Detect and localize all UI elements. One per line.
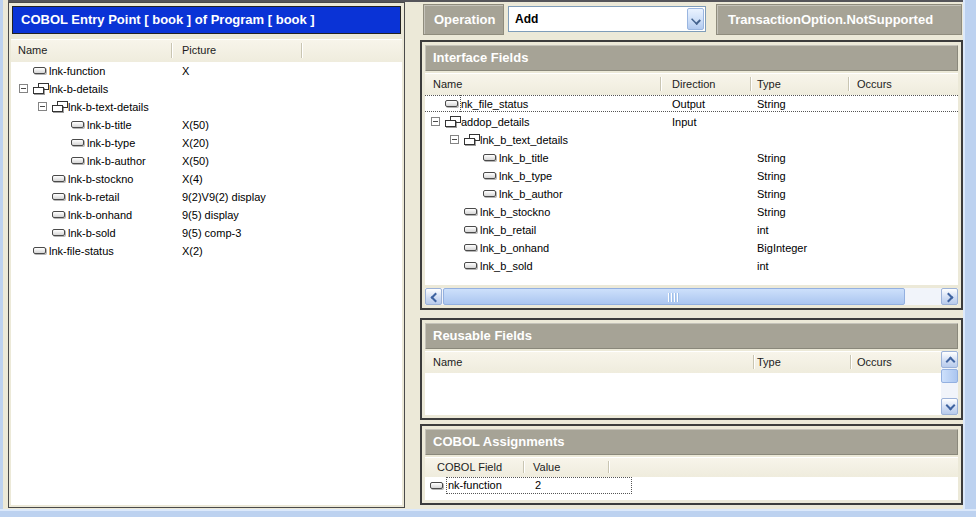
field-type: String (757, 167, 786, 185)
field-picture: X(4) (182, 170, 203, 188)
tree-row[interactable]: lnk_b_titleString (425, 149, 958, 167)
field-name: lnk-b-retail (68, 188, 119, 206)
field-type: String (757, 185, 786, 203)
column-separator[interactable] (753, 355, 754, 369)
field-picture: 9(2)V9(2) display (182, 188, 266, 206)
assignment-value: 2 (535, 477, 541, 494)
tree-row[interactable]: lnk-b-typeX(20) (11, 134, 402, 152)
field-type: BigInteger (757, 239, 807, 257)
field-icon (52, 229, 65, 236)
scroll-down-button[interactable] (941, 398, 958, 415)
arrow-down-icon (946, 401, 956, 411)
tree-row[interactable]: lnk-b-sold9(5) comp-3 (11, 224, 402, 242)
field-name: lnk_b_stockno (480, 203, 550, 221)
tree-row[interactable]: lnk_b_onhandBigInteger (425, 239, 958, 257)
column-separator[interactable] (660, 77, 661, 91)
tree-row[interactable]: lnk-b-authorX(50) (11, 152, 402, 170)
collapse-minus-icon[interactable] (38, 102, 47, 111)
cobol-entry-point-title: COBOL Entry Point [ book ] of Program [ … (12, 6, 401, 34)
field-name: lnk_b_onhand (480, 239, 549, 257)
tree-row[interactable]: lnk-b-details (11, 80, 402, 98)
column-name[interactable]: Name (433, 73, 462, 95)
tree-row[interactable]: lnk-b-text-details (11, 98, 402, 116)
column-separator[interactable] (608, 461, 609, 473)
column-name[interactable]: Name (433, 351, 462, 373)
tree-row[interactable]: lnk-functionX (11, 62, 402, 80)
tree-row[interactable]: lnk_b_typeString (425, 167, 958, 185)
collapse-minus-icon[interactable] (19, 84, 28, 93)
reusable-fields-header: Name Type Occurs (425, 351, 941, 374)
column-occurs[interactable]: Occurs (857, 73, 892, 95)
field-picture: X(2) (182, 242, 203, 260)
assignment-row[interactable]: nk-function2 (425, 477, 958, 494)
column-separator[interactable] (171, 43, 172, 58)
window-border-bottom[interactable] (0, 509, 976, 517)
column-picture[interactable]: Picture (182, 39, 216, 62)
tree-row[interactable]: lnk_b_retailint (425, 221, 958, 239)
column-type[interactable]: Type (757, 351, 781, 373)
tree-row[interactable]: lnk_b_authorString (425, 185, 958, 203)
field-type: String (757, 203, 786, 221)
field-type: int (757, 257, 769, 275)
tree-row[interactable]: lnk-b-onhand9(5) display (11, 206, 402, 224)
field-picture: 9(5) display (182, 206, 239, 224)
scrollbar-thumb[interactable] (443, 288, 905, 305)
field-name: lnk-b-type (87, 134, 135, 152)
scroll-up-button[interactable] (941, 351, 958, 368)
column-separator[interactable] (750, 77, 751, 91)
scroll-right-button[interactable] (941, 288, 958, 305)
scroll-left-button[interactable] (425, 288, 442, 305)
field-picture: 9(5) comp-3 (182, 224, 241, 242)
field-icon (52, 193, 65, 200)
group-icon (52, 101, 68, 112)
column-separator[interactable] (850, 355, 851, 369)
column-occurs[interactable]: Occurs (857, 351, 892, 373)
combo-dropdown-button[interactable] (687, 8, 704, 30)
scrollbar-thumb[interactable] (941, 369, 958, 383)
field-icon (464, 262, 477, 269)
tree-row[interactable]: lnk_b_soldint (425, 257, 958, 275)
field-icon (33, 67, 46, 74)
tree-row[interactable]: lnk_b_stocknoString (425, 203, 958, 221)
tree-row[interactable]: lnk-b-stocknoX(4) (11, 170, 402, 188)
interface-fields-group: Interface Fields Name Direction Type Occ… (420, 40, 963, 310)
field-name: lnk_b_sold (480, 257, 533, 275)
field-name: addop_details (461, 113, 530, 131)
column-separator[interactable] (848, 77, 849, 91)
field-name: lnk_b_title (499, 149, 549, 167)
column-separator[interactable] (523, 461, 524, 473)
collapse-minus-icon[interactable] (450, 135, 459, 144)
field-type: int (757, 221, 769, 239)
assignment-field: nk-function (448, 477, 502, 494)
field-icon (464, 226, 477, 233)
interface-horizontal-scrollbar[interactable] (425, 288, 958, 305)
tree-row[interactable]: lnk-file-statusX(2) (11, 242, 402, 260)
field-name: lnk-b-stockno (68, 170, 133, 188)
operation-selected-value: Add (515, 7, 538, 31)
tree-row[interactable]: addop_detailsInput (425, 113, 958, 131)
field-icon (445, 100, 458, 107)
tree-row[interactable]: lnk_b_text_details (425, 131, 958, 149)
field-icon (71, 157, 84, 164)
field-icon (71, 139, 84, 146)
transaction-option-status: TransactionOption.NotSupported (716, 4, 962, 35)
column-name[interactable]: Name (18, 39, 47, 62)
field-icon (483, 190, 496, 197)
window-border-right[interactable] (963, 0, 976, 517)
field-name: lnk-b-onhand (68, 206, 132, 224)
operation-select[interactable]: Add (508, 6, 706, 32)
column-separator[interactable] (301, 43, 302, 58)
column-cobol-field[interactable]: COBOL Field (437, 457, 502, 477)
reusable-vertical-scrollbar[interactable] (941, 351, 958, 415)
tree-row[interactable]: lnk-b-titleX(50) (11, 116, 402, 134)
collapse-minus-icon[interactable] (431, 117, 440, 126)
chevron-down-icon (691, 15, 701, 25)
tree-row[interactable]: nk_file_statusOutputString (425, 95, 958, 113)
field-icon (464, 208, 477, 215)
tree-row[interactable]: lnk-b-retail9(2)V9(2) display (11, 188, 402, 206)
field-name: nk_file_status (461, 95, 528, 113)
left-column-header: Name Picture (11, 39, 402, 63)
column-value[interactable]: Value (533, 457, 560, 477)
column-direction[interactable]: Direction (672, 73, 715, 95)
column-type[interactable]: Type (757, 73, 781, 95)
